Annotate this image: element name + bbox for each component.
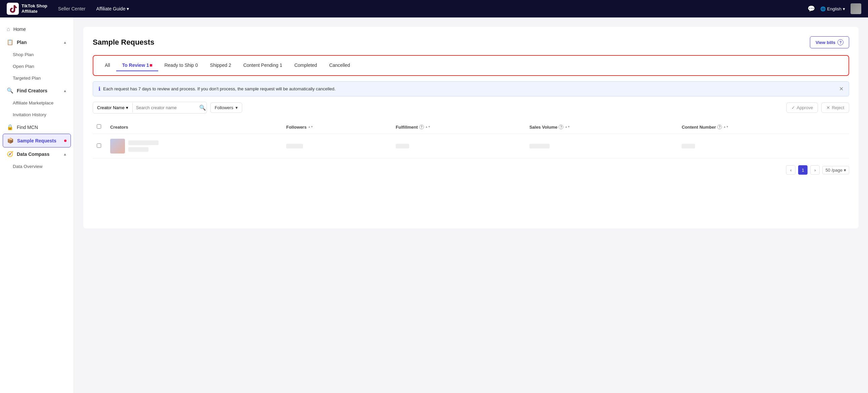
th-creators: Creators	[106, 120, 282, 134]
sidebar-item-targeted-plan[interactable]: Targeted Plan	[0, 72, 73, 84]
creator-search-input[interactable]	[133, 103, 196, 113]
tab-to-review-label: To Review	[122, 62, 145, 68]
affiliate-guide-menu[interactable]: Affiliate Guide ▾	[96, 6, 129, 11]
content-number-value-bar	[682, 144, 695, 148]
content-number-help-icon[interactable]: ?	[717, 125, 722, 129]
fulfillment-help-icon[interactable]: ?	[419, 125, 424, 129]
find-creators-icon: 🔍	[7, 87, 13, 94]
alert-bar: ℹ Each request has 7 days to review and …	[93, 81, 849, 96]
followers-value-bar	[286, 144, 303, 148]
sales-volume-help-icon[interactable]: ?	[559, 125, 563, 129]
sidebar-item-sample-requests[interactable]: 📦 Sample Requests	[3, 134, 71, 147]
reject-button[interactable]: ✕ Reject	[821, 102, 849, 113]
sidebar-plan-label: Plan	[17, 40, 27, 45]
sidebar-group-data-compass[interactable]: 🧭 Data Compass ▲	[0, 147, 73, 160]
sidebar-item-data-overview[interactable]: Data Overview	[0, 160, 73, 172]
approve-check-icon: ✓	[792, 105, 795, 110]
sidebar-group-plan[interactable]: 📋 Plan ▲	[0, 36, 73, 49]
sales-volume-sort-icon[interactable]: ▲▼	[565, 126, 570, 128]
page-size-chevron-icon: ▾	[844, 168, 846, 173]
tab-ready-to-ship-count: 0	[195, 62, 198, 68]
tab-to-review-dot	[150, 64, 152, 66]
lang-chevron-icon: ▾	[843, 6, 845, 11]
th-content-number-label: Content Number	[682, 125, 716, 130]
approve-label: Approve	[797, 105, 813, 110]
seller-center-link[interactable]: Seller Center	[58, 6, 86, 11]
sidebar-item-affiliate-marketplace[interactable]: Affiliate Marketplace	[0, 97, 73, 109]
sample-requests-dot	[64, 140, 66, 142]
plan-icon: 📋	[7, 39, 13, 46]
language-selector[interactable]: 🌐 English ▾	[820, 6, 845, 11]
sidebar-item-shop-plan[interactable]: Shop Plan	[0, 49, 73, 60]
tab-content-pending-label: Content Pending	[243, 62, 278, 68]
message-icon[interactable]: 💬	[808, 5, 815, 12]
alert-close-button[interactable]: ✕	[839, 86, 843, 92]
sidebar-group-find-creators[interactable]: 🔍 Find Creators ▲	[0, 84, 73, 97]
next-page-button[interactable]: ›	[810, 165, 819, 175]
sidebar-data-overview-label: Data Overview	[13, 164, 43, 169]
tiktok-logo-icon	[7, 3, 19, 15]
th-followers: Followers ▲▼	[282, 120, 392, 134]
home-icon: ⌂	[7, 26, 10, 32]
view-bills-button[interactable]: View bills ?	[810, 36, 849, 49]
tab-content-pending[interactable]: Content Pending 1	[237, 60, 288, 71]
logo[interactable]: TikTok Shop Affiliate	[7, 3, 48, 15]
followers-chevron-icon: ▾	[236, 105, 238, 110]
tab-shipped[interactable]: Shipped 2	[204, 60, 237, 71]
row-checkbox[interactable]	[97, 144, 101, 148]
approve-button[interactable]: ✓ Approve	[786, 102, 818, 113]
row-fulfillment-cell	[392, 134, 525, 158]
sidebar-item-home[interactable]: ⌂ Home	[0, 23, 73, 36]
sidebar-item-open-plan[interactable]: Open Plan	[0, 60, 73, 72]
plan-chevron-icon: ▲	[63, 40, 67, 44]
svg-rect-0	[7, 3, 19, 15]
prev-page-button[interactable]: ‹	[786, 165, 796, 175]
tab-to-review[interactable]: To Review 1	[116, 60, 159, 71]
followers-filter[interactable]: Followers ▾	[210, 102, 242, 113]
tab-completed[interactable]: Completed	[288, 60, 323, 71]
find-creators-chevron-icon: ▲	[63, 89, 67, 93]
top-nav: TikTok Shop Affiliate Seller Center Affi…	[0, 0, 868, 18]
nav-right: 💬 🌐 English ▾	[808, 3, 861, 14]
fulfillment-value-bar	[396, 144, 409, 148]
followers-label: Followers	[215, 105, 234, 110]
data-compass-chevron-icon: ▲	[63, 152, 67, 156]
sidebar-plan-sub: Shop Plan Open Plan Targeted Plan	[0, 49, 73, 84]
alert-text: Each request has 7 days to review and pr…	[103, 86, 336, 91]
th-creators-label: Creators	[110, 125, 128, 130]
creator-thumbnail	[110, 139, 125, 153]
sidebar-find-mcn-label: Find MCN	[17, 125, 38, 130]
sidebar-item-find-mcn[interactable]: 🔒 Find MCN	[0, 121, 73, 134]
page-header: Sample Requests View bills ?	[93, 36, 849, 49]
row-content-number-cell	[678, 134, 849, 158]
creator-name-select[interactable]: Creator Name ▾	[93, 103, 133, 113]
avatar[interactable]	[850, 3, 861, 14]
th-followers-label: Followers	[286, 125, 307, 130]
app-layout: ⌂ Home 📋 Plan ▲ Shop Plan Open Plan Targ…	[0, 18, 868, 393]
fulfillment-sort-icon[interactable]: ▲▼	[425, 126, 431, 128]
sidebar-home-label: Home	[13, 27, 26, 32]
th-content-number: Content Number ? ▲▼	[678, 120, 849, 134]
tabs-container: All To Review 1 Ready to Ship 0 Shipped …	[93, 55, 849, 76]
tab-cancelled-label: Cancelled	[329, 62, 350, 68]
current-page-button[interactable]: 1	[798, 165, 808, 175]
select-all-checkbox[interactable]	[97, 124, 101, 129]
tab-cancelled[interactable]: Cancelled	[323, 60, 356, 71]
table-row	[93, 134, 849, 158]
row-checkbox-cell	[93, 134, 106, 158]
tab-all[interactable]: All	[99, 60, 116, 71]
sidebar-find-creators-sub: Affiliate Marketplace Invitation History	[0, 97, 73, 121]
search-icon[interactable]: 🔍	[196, 102, 207, 113]
tab-ready-to-ship[interactable]: Ready to Ship 0	[158, 60, 204, 71]
creator-name-label: Creator Name	[97, 105, 125, 110]
sidebar-sample-requests-label: Sample Requests	[17, 138, 56, 144]
page-size-selector[interactable]: 50 /page ▾	[822, 166, 849, 174]
reject-x-icon: ✕	[826, 105, 830, 110]
row-followers-cell	[282, 134, 392, 158]
content-number-sort-icon[interactable]: ▲▼	[723, 126, 728, 128]
followers-sort-icon[interactable]: ▲▼	[308, 126, 313, 128]
tab-to-review-count: 1	[147, 62, 149, 68]
creator-name-bar	[128, 141, 159, 145]
table-header-row: Creators Followers ▲▼ Fulfillment	[93, 120, 849, 134]
sidebar-item-invitation-history[interactable]: Invitation History	[0, 109, 73, 121]
